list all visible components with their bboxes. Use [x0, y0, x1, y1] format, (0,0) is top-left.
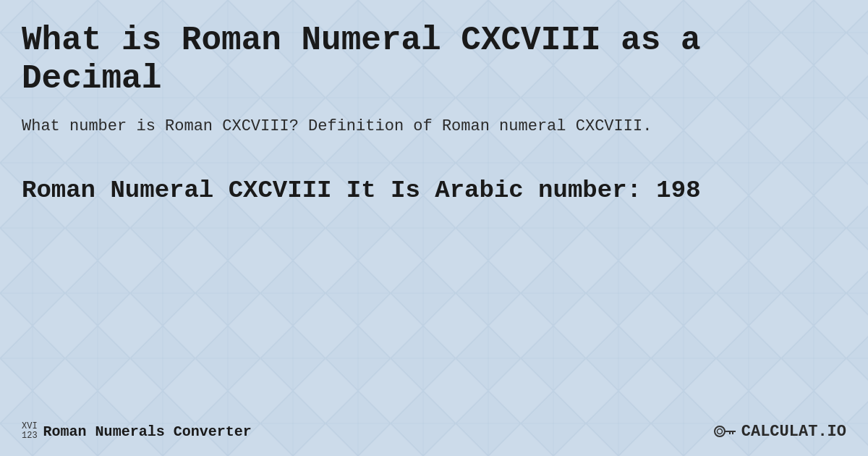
description-text: What number is Roman CXCVIII? Definition… [22, 114, 846, 138]
roman-icon-bottom: 123 [22, 431, 38, 441]
svg-point-7 [715, 426, 725, 436]
roman-numeral-icon: XVI 123 [22, 422, 38, 441]
result-text: Roman Numeral CXCVIII It Is Arabic numbe… [22, 174, 846, 206]
page-title: What is Roman Numeral CXCVIII as a Decim… [22, 22, 846, 98]
brand-name: CALCULAT.IO [741, 423, 846, 441]
calculat-icon [714, 421, 737, 442]
site-name-label: Roman Numerals Converter [43, 423, 252, 440]
logo-left: XVI 123 Roman Numerals Converter [22, 422, 252, 441]
footer: XVI 123 Roman Numerals Converter CALCULA… [22, 414, 846, 442]
result-section: Roman Numeral CXCVIII It Is Arabic numbe… [22, 174, 846, 206]
logo-right: CALCULAT.IO [714, 421, 846, 442]
svg-point-8 [717, 429, 722, 434]
